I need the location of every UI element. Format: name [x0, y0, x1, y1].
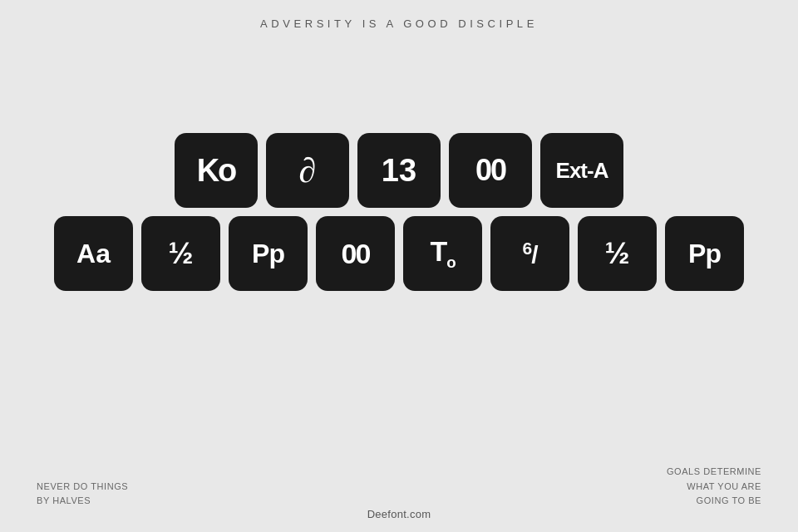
card-13-label: 13 [382, 153, 416, 189]
card-half-1[interactable]: ½ [141, 216, 220, 291]
bottom-right-line2: WHAT YOU ARE [667, 480, 761, 495]
card-6slash[interactable]: 6/ [490, 216, 569, 291]
card-ko-label: Ko [197, 153, 236, 189]
website-link[interactable]: Deefont.com [367, 508, 431, 520]
card-6slash-label: 6/ [522, 239, 537, 269]
cards-section: Ko ∂ 13 00 Ext-A Aa ½ Pp 00 To [54, 133, 744, 291]
card-pp-2-label: Pp [688, 239, 721, 269]
card-to-label: To [430, 235, 455, 272]
top-cards-row: Ko ∂ 13 00 Ext-A [175, 133, 623, 208]
card-00-bottom[interactable]: 00 [316, 216, 395, 291]
tagline-text: ADVERSITY IS A GOOD DISCIPLE [0, 0, 798, 47]
card-ext-a[interactable]: Ext-A [540, 133, 623, 208]
card-pp-1[interactable]: Pp [229, 216, 308, 291]
bottom-right-line1: GOALS DETERMINE [667, 465, 761, 480]
card-13[interactable]: 13 [357, 133, 441, 208]
card-half-2[interactable]: ½ [578, 216, 657, 291]
bottom-right-line3: GOING TO BE [667, 494, 761, 509]
bottom-right-quote: GOALS DETERMINE WHAT YOU ARE GOING TO BE [667, 465, 761, 509]
card-00-bottom-label: 00 [342, 238, 370, 270]
card-pp-1-label: Pp [252, 239, 284, 269]
card-ko[interactable]: Ko [175, 133, 258, 208]
bottom-left-line2: BY HALVES [37, 494, 128, 509]
card-to[interactable]: To [403, 216, 482, 291]
bottom-left-quote: NEVER DO THINGS BY HALVES [37, 480, 128, 509]
card-00-top-label: 00 [475, 153, 505, 188]
card-ext-a-label: Ext-A [556, 158, 608, 184]
card-pp-2[interactable]: Pp [665, 216, 744, 291]
card-cursive-label: ∂ [299, 150, 317, 190]
card-half-2-label: ½ [604, 236, 629, 271]
card-aa[interactable]: Aa [54, 216, 133, 291]
bottom-cards-row: Aa ½ Pp 00 To 6/ ½ Pp [54, 216, 744, 291]
card-aa-label: Aa [76, 239, 111, 269]
card-cursive[interactable]: ∂ [266, 133, 349, 208]
bottom-left-line1: NEVER DO THINGS [37, 480, 128, 495]
card-half-1-label: ½ [168, 236, 193, 271]
card-00-top[interactable]: 00 [449, 133, 532, 208]
